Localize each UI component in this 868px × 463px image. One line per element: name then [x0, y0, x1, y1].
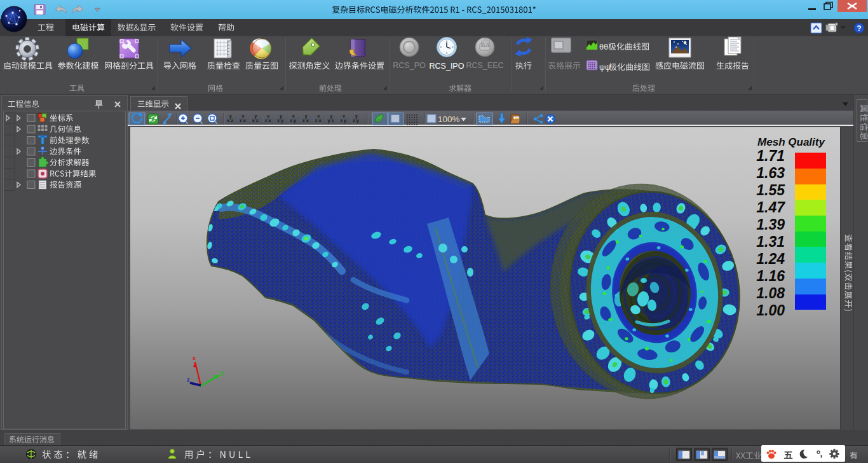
svg-text:v: v — [242, 114, 245, 118]
svg-text:v: v — [342, 114, 345, 118]
svg-text:y: y — [229, 114, 232, 119]
svg-text:y: y — [330, 114, 332, 119]
svg-text:y z: y z — [327, 118, 334, 123]
svg-text:v: v — [292, 114, 295, 118]
svg-text:y: y — [280, 114, 282, 119]
svg-text:z y: z y — [353, 118, 360, 123]
svg-text:z x: z x — [240, 118, 247, 123]
svg-text:RCS_PO: RCS_PO — [393, 61, 426, 70]
svg-text:z x: z x — [315, 118, 322, 123]
svg-text:y: y — [305, 114, 308, 119]
svg-text:v: v — [318, 114, 320, 118]
svg-text:z y: z y — [277, 118, 284, 123]
svg-text:z y: z y — [290, 118, 297, 123]
svg-text:z y: z y — [340, 118, 347, 123]
svg-text:x z: x z — [252, 118, 259, 123]
svg-text:v: v — [267, 114, 269, 118]
svg-text:ψψ: ψψ — [599, 63, 611, 72]
svg-text:z x: z x — [264, 118, 271, 123]
svg-text:x z: x z — [227, 118, 233, 123]
svg-text:100%: 100% — [438, 114, 460, 124]
svg-text:θθ: θθ — [599, 43, 608, 52]
svg-text:?: ? — [857, 24, 861, 33]
svg-text:z x: z x — [302, 118, 309, 123]
svg-text:RCS_EEC: RCS_EEC — [466, 61, 503, 70]
svg-text:y: y — [255, 114, 257, 119]
svg-text:y: y — [355, 114, 358, 119]
svg-text:RCS_IPO: RCS_IPO — [430, 62, 465, 71]
